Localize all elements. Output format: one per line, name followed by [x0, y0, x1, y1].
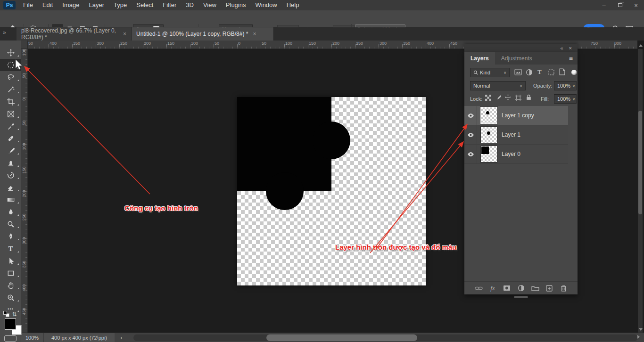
lock-transparency-icon[interactable] — [485, 95, 491, 101]
tool-dodge[interactable] — [0, 218, 21, 230]
tool-spot-healing-brush[interactable] — [0, 132, 21, 145]
new-adjustment-layer-icon[interactable] — [517, 284, 525, 292]
scroll-up-icon[interactable] — [639, 44, 643, 47]
visibility-toggle[interactable] — [464, 125, 477, 145]
scroll-right-icon[interactable] — [637, 335, 640, 339]
menu-file[interactable]: File — [18, 0, 38, 10]
tab-layers[interactable]: Layers — [464, 52, 495, 65]
layer-thumbnail[interactable] — [480, 146, 497, 163]
visibility-toggle[interactable] — [464, 106, 477, 125]
toolbar-expand-icon[interactable]: » — [3, 29, 5, 36]
lock-position-icon[interactable] — [505, 94, 511, 100]
panel-menu-icon[interactable]: ≡ — [569, 55, 573, 62]
close-panel-icon[interactable]: × — [569, 45, 572, 51]
lock-paint-icon[interactable] — [495, 95, 501, 101]
menu-view[interactable]: View — [198, 0, 221, 10]
new-layer-icon[interactable] — [545, 284, 553, 292]
layer-effects-icon[interactable]: fx — [489, 284, 497, 292]
add-layer-mask-icon[interactable] — [503, 284, 511, 292]
menu-layer[interactable]: Layer — [84, 0, 109, 10]
filter-pixel-layers-icon[interactable] — [514, 69, 522, 75]
menu-edit[interactable]: Edit — [38, 0, 58, 10]
lock-all-icon[interactable] — [526, 94, 532, 100]
window-controls: – × — [596, 0, 644, 10]
layer-name[interactable]: Layer 0 — [502, 151, 520, 157]
panel-resize-grip[interactable] — [514, 296, 528, 298]
lock-artboard-icon[interactable] — [515, 95, 521, 101]
vertical-scrollbar-thumb[interactable] — [638, 111, 642, 214]
filter-toggle[interactable] — [571, 70, 577, 75]
layer-name[interactable]: Layer 1 copy — [502, 112, 534, 119]
tab-adjustments[interactable]: Adjustments — [495, 52, 538, 65]
layer-name[interactable]: Layer 1 — [502, 131, 520, 138]
tool-gradient[interactable] — [0, 194, 21, 206]
link-layers-icon[interactable] — [475, 284, 483, 292]
tool-crop[interactable] — [0, 96, 21, 108]
zoom-level-input[interactable]: 100% — [21, 333, 43, 342]
tab-close-icon[interactable]: × — [253, 31, 256, 37]
filter-shape-layers-icon[interactable] — [548, 69, 555, 76]
restore-button[interactable] — [612, 0, 628, 10]
tool-path-selection[interactable] — [0, 255, 21, 267]
gradient-icon — [7, 196, 15, 204]
menu-image[interactable]: Image — [58, 0, 84, 10]
ruler-corner[interactable] — [21, 41, 28, 49]
menu-type[interactable]: Type — [109, 0, 132, 10]
menu-3d[interactable]: 3D — [181, 0, 198, 10]
layer-row-layer-1[interactable]: Layer 1 — [464, 125, 568, 145]
blend-mode-select[interactable]: Normal ∨ — [470, 81, 526, 90]
layer-row-layer-1-copy[interactable]: Layer 1 copy — [464, 106, 568, 125]
tool-brush[interactable] — [0, 145, 21, 157]
ruler-label: 250 — [120, 41, 127, 46]
menu-window[interactable]: Window — [250, 0, 281, 10]
canvas[interactable] — [237, 97, 426, 285]
quick-mask-icon[interactable] — [4, 335, 17, 342]
tool-pen[interactable] — [0, 230, 21, 243]
tool-hand[interactable] — [0, 279, 21, 292]
tab-pi8-recovered[interactable]: pi8-Recovered.jpg @ 66.7% (Layer 0, RGB/… — [17, 27, 132, 41]
menu-help[interactable]: Help — [282, 0, 304, 10]
filter-smart-objects-icon[interactable] — [559, 68, 565, 75]
tool-quick-selection[interactable] — [0, 83, 21, 96]
collapse-panel-icon[interactable]: « — [560, 45, 563, 51]
tab-untitled-1[interactable]: Untitled-1 @ 100% (Layer 1 copy, RGB/8#)… — [132, 27, 274, 41]
tool-elliptical-marquee[interactable] — [0, 59, 21, 71]
new-group-icon[interactable] — [531, 284, 539, 292]
tool-move[interactable] — [0, 47, 21, 59]
opacity-input[interactable]: 100% ∨ — [554, 81, 577, 90]
filter-type-layers-icon[interactable]: T — [537, 68, 542, 76]
crop-icon — [7, 98, 15, 106]
swap-colors-icon[interactable]: ⇄ — [11, 312, 18, 317]
menu-select[interactable]: Select — [132, 0, 158, 10]
status-options-chevron-icon[interactable]: › — [120, 333, 122, 342]
minimize-button[interactable]: – — [596, 0, 612, 10]
fill-input[interactable]: 100% ∨ — [554, 94, 577, 104]
tool-zoom[interactable] — [0, 292, 21, 304]
tool-clone-stamp[interactable] — [0, 157, 21, 169]
layer-thumbnail[interactable] — [480, 107, 497, 124]
close-button[interactable]: × — [628, 0, 644, 10]
scroll-down-icon[interactable] — [639, 328, 643, 331]
tool-type[interactable]: T — [0, 243, 21, 255]
tool-blur[interactable] — [0, 206, 21, 218]
delete-layer-icon[interactable] — [560, 284, 568, 292]
horizontal-scrollbar-thumb[interactable] — [266, 334, 417, 341]
tool-eyedropper[interactable] — [0, 120, 21, 132]
tool-history-brush[interactable] — [0, 169, 21, 181]
menu-plugins[interactable]: Plugins — [221, 0, 251, 10]
foreground-color-swatch[interactable] — [5, 318, 16, 330]
visibility-toggle[interactable] — [464, 145, 477, 164]
tool-lasso[interactable] — [0, 71, 21, 83]
filter-adjustment-layers-icon[interactable] — [526, 69, 533, 76]
menu-filter[interactable]: Filter — [158, 0, 181, 10]
filter-kind-select[interactable]: Kind ∨ — [470, 68, 510, 77]
horizontal-scrollbar[interactable] — [133, 334, 638, 341]
tab-close-icon[interactable]: × — [123, 31, 126, 37]
layer-row-layer-0[interactable]: Layer 0 — [464, 145, 568, 164]
tool-eraser[interactable] — [0, 181, 21, 194]
tool-frame[interactable] — [0, 108, 21, 120]
default-colors-icon[interactable] — [3, 311, 10, 317]
layer-thumbnail[interactable] — [480, 126, 497, 143]
scroll-left-icon[interactable] — [96, 335, 98, 339]
tool-rectangle[interactable] — [0, 267, 21, 279]
